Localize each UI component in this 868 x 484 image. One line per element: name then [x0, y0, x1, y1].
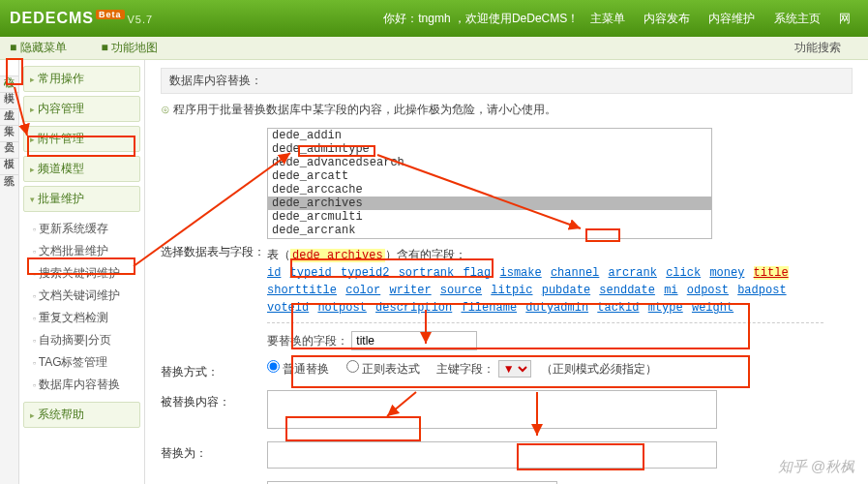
subbar-search[interactable]: 功能搜索	[794, 40, 841, 56]
side-menu: 常用操作 内容管理 附件管理 频道模型 批量维护 更新系统缓存 文档批量维护 搜…	[19, 60, 145, 484]
select-keyfield[interactable]: ▼	[498, 360, 531, 378]
field-link[interactable]: senddate	[599, 284, 655, 297]
field-link[interactable]: voteid	[267, 301, 309, 315]
table-option[interactable]: dede_arccache	[268, 183, 711, 197]
field-link[interactable]: pubdate	[542, 284, 590, 297]
field-link[interactable]: arcrank	[609, 266, 657, 280]
label-to: 替换为：	[161, 441, 267, 462]
label-replace-field: 要替换的字段：	[267, 334, 348, 348]
sidetab-sys[interactable]: 系统	[0, 159, 18, 175]
label-mode: 替换方式：	[161, 360, 267, 380]
sidetab-gen[interactable]: 生成	[0, 93, 18, 109]
radio-regex[interactable]	[346, 360, 359, 373]
item-docbatch[interactable]: 文档批量维护	[31, 240, 140, 262]
field-link[interactable]: flag	[463, 266, 491, 280]
field-link[interactable]: litpic	[491, 284, 532, 297]
group-common[interactable]: 常用操作	[23, 66, 140, 92]
field-link[interactable]: odpost	[687, 284, 729, 297]
group-channel[interactable]: 频道模型	[23, 156, 140, 182]
welcome-text: 你好：tngmh ，欢迎使用DeDeCMS！	[383, 12, 579, 25]
nav-home[interactable]: 系统主页	[774, 12, 821, 25]
field-link[interactable]: click	[666, 266, 701, 280]
nav-maintain[interactable]: 内容维护	[708, 12, 755, 25]
radio-normal[interactable]	[267, 360, 280, 373]
logo: DEDECMSBetaV5.7	[10, 10, 153, 27]
tip-text: 程序用于批量替换数据库中某字段的内容，此操作极为危险，请小心使用。	[161, 102, 853, 118]
field-link[interactable]: title	[754, 266, 789, 280]
field-link[interactable]: description	[375, 301, 452, 315]
top-nav: 你好：tngmh ，欢迎使用DeDeCMS！ 主菜单 内容发布 内容维护 系统主…	[383, 11, 858, 27]
group-batch[interactable]: 批量维护	[23, 186, 140, 212]
field-link[interactable]: mi	[664, 284, 677, 297]
table-option[interactable]: dede_archives	[268, 197, 711, 210]
item-dup[interactable]: 重复文档检测	[31, 307, 140, 329]
field-link[interactable]: money	[709, 266, 744, 280]
field-link[interactable]: notpost	[317, 301, 366, 315]
sidetab-collect[interactable]: 采集	[0, 109, 18, 126]
main-panel: 数据库内容替换： 程序用于批量替换数据库中某字段的内容，此操作极为危险，请小心使…	[145, 60, 868, 484]
field-link[interactable]: id	[267, 266, 281, 280]
sidetab-member[interactable]: 会员	[0, 126, 18, 142]
field-link[interactable]: tackid	[597, 301, 639, 315]
field-link[interactable]: filename	[461, 301, 517, 315]
table-option[interactable]: dede_arcatt	[268, 169, 711, 183]
item-tag[interactable]: TAG标签管理	[31, 351, 140, 374]
item-dockw[interactable]: 文档关键词维护	[31, 285, 140, 307]
table-select[interactable]: dede_addindede_admintypedede_advancedsea…	[267, 128, 712, 239]
fields-box: 表（dede_archives）含有的字段： id typeid typeid2…	[267, 247, 823, 323]
field-link[interactable]: weight	[692, 301, 733, 315]
field-link[interactable]: typeid2	[341, 266, 389, 280]
field-link[interactable]: shorttitle	[267, 284, 337, 297]
item-autoabs[interactable]: 自动摘要|分页	[31, 329, 140, 351]
item-dbreplace[interactable]: 数据库内容替换	[31, 374, 140, 396]
group-content[interactable]: 内容管理	[23, 96, 140, 122]
field-link[interactable]: writer	[389, 284, 431, 297]
textarea-to[interactable]	[267, 441, 717, 469]
input-replace-field[interactable]	[351, 331, 477, 350]
panel-title: 数据库内容替换：	[161, 68, 853, 94]
item-cache[interactable]: 更新系统缓存	[31, 218, 140, 240]
label-from: 被替换内容：	[161, 390, 267, 410]
field-link[interactable]: dutyadmin	[525, 301, 588, 315]
field-link[interactable]: badpost	[737, 284, 786, 297]
nav-more[interactable]: 网	[839, 12, 851, 25]
subbar-hide[interactable]: ■ 隐藏菜单	[10, 40, 84, 56]
regex-hint: （正则模式必须指定）	[541, 362, 657, 376]
item-searchkw[interactable]: 搜索关键词维护	[31, 262, 140, 285]
group-attach[interactable]: 附件管理	[23, 126, 140, 152]
watermark: 知乎 @秋枫	[778, 458, 854, 476]
side-tabs: 核心 模块 生成 采集 会员 模板 系统	[0, 60, 19, 484]
table-option[interactable]: dede_arcmulti	[268, 210, 711, 224]
sidetab-module[interactable]: 模块	[0, 76, 18, 93]
table-option[interactable]: dede_arcrank	[268, 224, 711, 237]
sidetab-core[interactable]: 核心	[0, 60, 18, 76]
field-link[interactable]: sortrank	[399, 266, 455, 280]
field-link[interactable]: typeid	[290, 266, 332, 280]
field-link[interactable]: source	[440, 284, 482, 297]
field-link[interactable]: ismake	[499, 266, 541, 280]
field-link[interactable]: channel	[551, 266, 599, 280]
subbar-map[interactable]: ■ 功能地图	[102, 40, 176, 56]
field-link[interactable]: color	[345, 284, 380, 297]
table-option[interactable]: dede_advancedsearch	[268, 156, 711, 169]
table-option[interactable]: dede_admintype	[268, 142, 711, 156]
label-select-table: 选择数据表与字段：	[161, 128, 267, 260]
group-help[interactable]: 系统帮助	[23, 402, 140, 428]
batch-items: 更新系统缓存 文档批量维护 搜索关键词维护 文档关键词维护 重复文档检测 自动摘…	[23, 216, 140, 402]
textarea-from[interactable]	[267, 390, 717, 429]
sidetab-tpl[interactable]: 模板	[0, 142, 18, 159]
nav-publish[interactable]: 内容发布	[644, 12, 690, 25]
field-link[interactable]: mtype	[648, 301, 683, 315]
table-option[interactable]: dede_addin	[268, 129, 711, 142]
nav-main[interactable]: 主菜单	[590, 12, 625, 25]
